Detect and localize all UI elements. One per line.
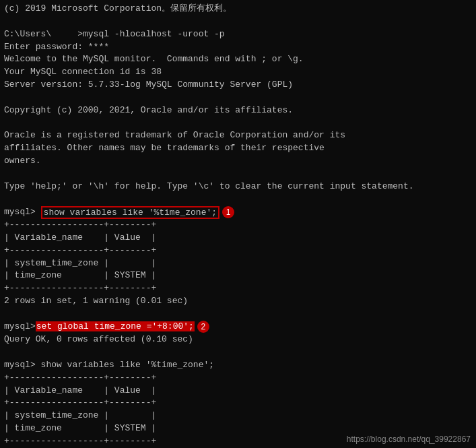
table1-sep3: +------------------+--------+ — [4, 282, 472, 295]
cmd2-highlighted: set global time_zone ='+8:00'; — [36, 321, 195, 331]
table2-row1: | system_time_zone | | — [4, 410, 472, 422]
watermark: https://blog.csdn.net/qq_39922867 — [347, 435, 471, 444]
line-type-help: Type 'help;' or '\h' for help. Type '\c'… — [4, 181, 472, 193]
table1-row2: | time_zone | SYSTEM | — [4, 269, 472, 282]
terminal: (c) 2019 Microsoft Corporation。保留所有权利。 C… — [0, 0, 476, 448]
table2-header: | Variable_name | Value | — [4, 385, 472, 397]
cmd2-prefix: mysql>set global time_zone ='+8:00';2 — [4, 321, 209, 333]
line-oracle2: affiliates. Other names may be trademark… — [4, 142, 472, 155]
table2-row2: | time_zone | SYSTEM | — [4, 422, 472, 435]
line-blank-b — [4, 117, 472, 130]
line-blank-d — [4, 193, 472, 206]
cmd2-result: Query OK, 0 rows affected (0.10 sec) — [4, 333, 472, 346]
cmd1-highlighted: show variables like '%time_zone'; — [41, 206, 219, 220]
line-connid: Your MySQL connection id is 38 — [4, 66, 472, 79]
cmd1-prefix: mysql> — [4, 206, 41, 219]
line-copyright2: Copyright (c) 2000, 2021, Oracle and/or … — [4, 104, 472, 117]
table1-header: | Variable_name | Value | — [4, 232, 472, 245]
table1-sep2: +------------------+--------+ — [4, 245, 472, 257]
line-blank-c — [4, 168, 472, 181]
line-blank-e — [4, 308, 472, 321]
line-cd: C:\Users\ >mysql -hlocalhost -uroot -p — [4, 28, 472, 41]
line-version: Server version: 5.7.33-log MySQL Communi… — [4, 79, 472, 92]
badge-1: 1 — [222, 206, 234, 218]
line-blank1 — [4, 15, 472, 28]
command2-line: mysql>set global time_zone ='+8:00';2 — [4, 321, 472, 333]
table2-sep2: +------------------+--------+ — [4, 397, 472, 410]
line-welcome: Welcome to the MySQL monitor. Commands e… — [4, 53, 472, 66]
table1-sep1: +------------------+--------+ — [4, 219, 472, 232]
line-copyright: (c) 2019 Microsoft Corporation。保留所有权利。 — [4, 3, 472, 15]
line-owners: owners. — [4, 155, 472, 168]
table1-result: 2 rows in set, 1 warning (0.01 sec) — [4, 295, 472, 308]
table1-row1: | system_time_zone | | — [4, 257, 472, 270]
command1-line: mysql> show variables like '%time_zone';… — [4, 206, 472, 220]
table1: +------------------+--------+ | Variable… — [4, 219, 472, 295]
line-blank-f — [4, 346, 472, 359]
line-password: Enter password: **** — [4, 41, 472, 54]
line-blank-a — [4, 92, 472, 104]
table2-sep1: +------------------+--------+ — [4, 372, 472, 385]
badge-2: 2 — [197, 321, 209, 333]
line-oracle1: Oracle is a registered trademark of Orac… — [4, 129, 472, 142]
cmd3-line: mysql> show variables like '%time_zone'; — [4, 359, 472, 372]
